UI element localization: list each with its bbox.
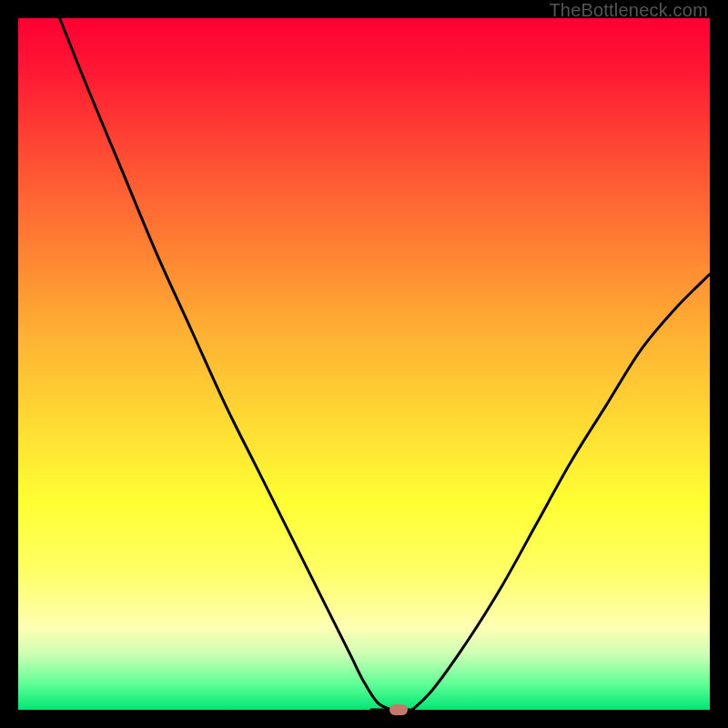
curve-layer bbox=[18, 18, 710, 710]
right-curve-path bbox=[412, 274, 710, 710]
minimum-marker bbox=[389, 704, 408, 715]
chart-container: TheBottleneck.com bbox=[0, 0, 728, 728]
left-curve-path bbox=[60, 18, 392, 710]
attribution-text: TheBottleneck.com bbox=[549, 0, 708, 21]
